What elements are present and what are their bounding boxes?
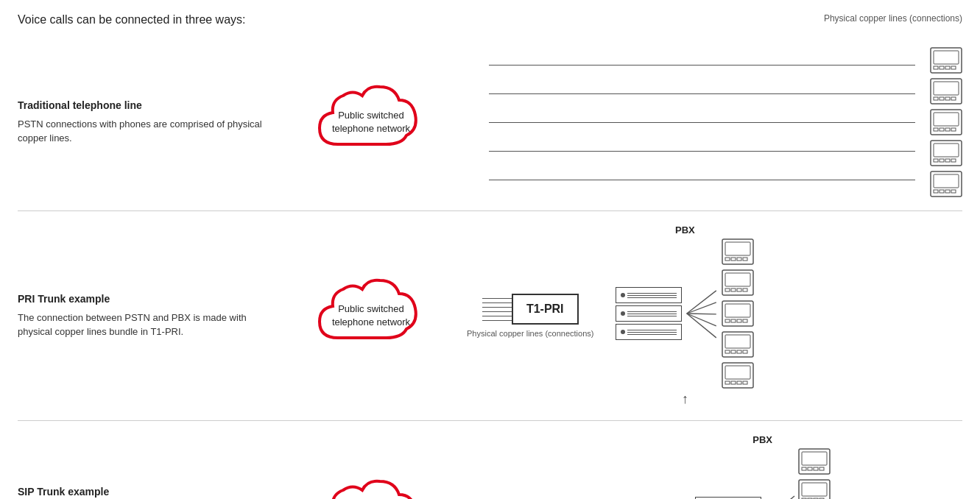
svg-rect-64 [743, 381, 747, 384]
svg-rect-22 [945, 159, 950, 162]
cloud-pri: Public switched telephone network [312, 272, 430, 360]
text-col-sip: SIP Trunk example The connection between… [18, 486, 290, 499]
sip-diagram-area: SIP virtual (connections) carried over t… [452, 434, 962, 499]
svg-rect-2 [934, 66, 938, 69]
svg-rect-7 [934, 82, 959, 95]
svg-rect-58 [743, 350, 747, 353]
trad-line-5 [489, 180, 915, 180]
pbx-label: PBX [675, 224, 695, 236]
cloud-col-traditional: Public switched telephone network [290, 78, 452, 166]
copper-lines-label: Physical copper lines (connections) [467, 329, 593, 338]
traditional-diagram [452, 47, 962, 197]
svg-rect-49 [725, 319, 730, 322]
pri-phone-4 [722, 331, 754, 358]
svg-rect-17 [951, 128, 956, 131]
svg-rect-29 [951, 190, 956, 193]
svg-rect-25 [934, 174, 959, 188]
svg-rect-57 [737, 350, 741, 353]
text-col-pri: PRI Trunk example The connection between… [18, 293, 290, 339]
cloud-label-sip: Public switched telephone network [312, 495, 430, 499]
pri-phone-1 [722, 238, 754, 265]
svg-rect-62 [731, 381, 736, 384]
svg-rect-75 [819, 467, 824, 470]
svg-rect-20 [934, 159, 938, 162]
trad-line-3 [489, 122, 915, 123]
svg-line-31 [687, 302, 716, 314]
svg-rect-5 [951, 66, 956, 69]
title-pri: PRI Trunk example [18, 293, 275, 305]
t1-left-line-2 [482, 302, 512, 303]
svg-rect-46 [743, 289, 747, 291]
pri-phone-2 [722, 269, 754, 296]
svg-rect-42 [725, 273, 750, 286]
svg-line-30 [687, 291, 716, 314]
pri-phone-5 [722, 362, 754, 389]
pbx-stack-pri [616, 238, 754, 389]
section-sip: SIP Trunk example The connection between… [18, 421, 962, 499]
svg-rect-26 [934, 190, 938, 193]
svg-rect-19 [934, 144, 959, 157]
pbx-dot-3 [621, 330, 625, 334]
pri-diagram: T1-PRI Physical copper lines (connection… [452, 224, 962, 407]
t1-lines-container: T1-PRI [482, 294, 579, 325]
pbx-units [616, 287, 682, 340]
title-traditional: Traditional telephone line [18, 99, 275, 111]
phone-icon-5 [930, 171, 962, 197]
t1-box: T1-PRI [512, 294, 579, 325]
sip-pbx-phones-row [695, 448, 831, 499]
sip-phone-1 [798, 448, 831, 475]
t1-left-line-3 [482, 307, 512, 308]
title-sip: SIP Trunk example [18, 486, 275, 498]
desc-traditional: PSTN connections with phones are compris… [18, 117, 275, 146]
t1-lines-left-group [482, 298, 512, 321]
cloud-col-sip: Public switched telephone network [290, 473, 452, 500]
svg-rect-74 [814, 467, 818, 470]
svg-rect-54 [725, 335, 750, 348]
sip-pbx-label: PBX [752, 434, 772, 445]
arrow-label-area: ↑ [682, 392, 688, 407]
svg-rect-9 [940, 97, 944, 100]
svg-rect-21 [940, 159, 944, 162]
svg-line-33 [687, 314, 716, 326]
page-container: Voice calls can be connected in three wa… [18, 13, 962, 499]
diag-svg-sip [761, 490, 798, 499]
diag-lines-pri [685, 284, 722, 343]
trad-phones [930, 47, 962, 197]
pbx-unit-3 [616, 324, 682, 340]
svg-rect-23 [951, 159, 956, 162]
svg-rect-73 [808, 467, 812, 470]
t1-left-line-4 [482, 311, 512, 312]
svg-rect-40 [743, 258, 747, 261]
svg-rect-27 [940, 190, 944, 193]
svg-line-34 [687, 314, 716, 338]
phone-icon-1 [930, 47, 962, 74]
diag-svg-pri [685, 284, 722, 343]
svg-rect-44 [731, 289, 736, 291]
pbx-dot-2 [621, 311, 625, 316]
trad-line-2 [489, 93, 915, 94]
svg-rect-50 [731, 319, 736, 322]
svg-rect-1 [934, 51, 959, 64]
cloud-sip: Public switched telephone network [312, 473, 430, 500]
cloud-label-traditional: Public switched telephone network [312, 102, 430, 143]
svg-rect-38 [731, 258, 736, 261]
svg-rect-63 [737, 381, 741, 384]
sip-phones [798, 448, 831, 499]
t1-area: T1-PRI Physical copper lines (connection… [467, 294, 593, 338]
page-title: Voice calls can be connected in three wa… [18, 13, 962, 26]
phone-icon-3 [930, 109, 962, 135]
pri-phones [722, 238, 754, 389]
section-traditional: Traditional telephone line PSTN connecti… [18, 34, 962, 211]
desc-pri: The connection between PSTN and PBX is m… [18, 311, 275, 339]
t1-left-line-6 [482, 320, 512, 321]
cloud-traditional: Public switched telephone network [312, 78, 430, 166]
svg-rect-28 [945, 190, 950, 193]
svg-rect-77 [802, 483, 827, 496]
trad-line-4 [489, 151, 915, 152]
text-col-traditional: Traditional telephone line PSTN connecti… [18, 99, 290, 146]
cloud-col-pri: Public switched telephone network [290, 272, 452, 360]
pbx-unit-1 [616, 287, 682, 303]
svg-rect-51 [737, 319, 741, 322]
cloud-label-pri: Public switched telephone network [312, 295, 430, 336]
t1-left-line-1 [482, 298, 512, 299]
